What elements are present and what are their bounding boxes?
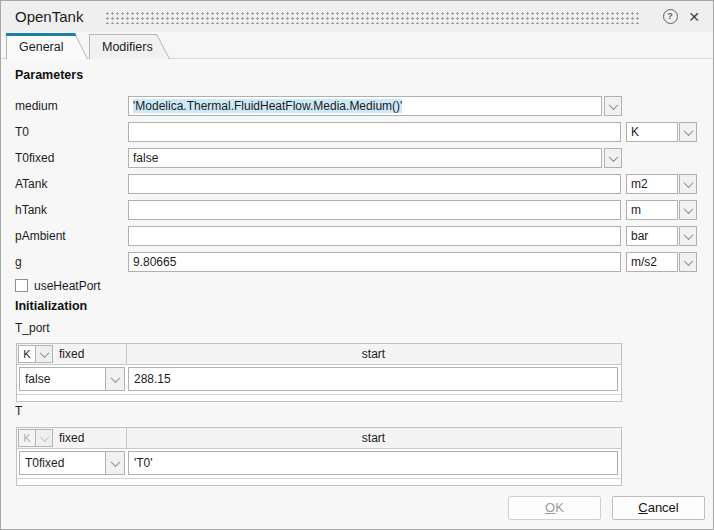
tab-modifiers-label: Modifiers xyxy=(102,40,153,54)
t-label: T xyxy=(15,404,22,418)
t0fixed-combobox[interactable]: false xyxy=(128,148,602,168)
cancel-rest: ancel xyxy=(648,500,679,515)
medium-value: 'Modelica.Thermal.FluidHeatFlow.Media.Me… xyxy=(133,99,402,113)
chevron-down-icon xyxy=(39,348,49,358)
ok-rest: K xyxy=(555,500,564,515)
t-unit-dropdown-button xyxy=(36,429,53,447)
help-icon: ? xyxy=(663,9,678,24)
medium-dropdown-button[interactable] xyxy=(604,96,622,116)
g-unit-dropdown-button[interactable] xyxy=(679,252,697,272)
param-label-t0fixed: T0fixed xyxy=(15,151,54,165)
active-tab-accent xyxy=(6,33,88,36)
t0-input[interactable] xyxy=(128,122,621,142)
atank-unit-dropdown-button[interactable] xyxy=(679,174,697,194)
param-label-htank: hTank xyxy=(15,203,47,217)
t-port-fixed-dropdown-button[interactable] xyxy=(105,367,125,391)
pambient-unit-value: bar xyxy=(631,229,648,243)
htank-input[interactable] xyxy=(128,200,621,220)
dialog-title: OpenTank xyxy=(15,8,83,25)
use-heat-port-checkbox[interactable] xyxy=(15,279,28,292)
t-port-fixed-value: false xyxy=(25,372,50,386)
initialization-heading: Initialization xyxy=(15,299,87,313)
chevron-down-icon xyxy=(683,256,693,266)
t0-unit-combobox[interactable]: K xyxy=(626,122,678,142)
atank-unit-value: m2 xyxy=(631,177,648,191)
cancel-button[interactable]: Cancel xyxy=(612,496,705,520)
t-fixed-value: T0fixed xyxy=(25,456,64,470)
param-label-t0: T0 xyxy=(15,125,29,139)
cancel-mnemonic: C xyxy=(638,500,647,515)
t0-unit-dropdown-button[interactable] xyxy=(679,122,697,142)
t-table-header: K fixed start xyxy=(17,428,621,449)
t-port-unit-value: K xyxy=(18,345,36,363)
t-port-unit-combobox[interactable]: K xyxy=(18,345,53,363)
t-unit-value: K xyxy=(18,429,36,447)
parameters-heading: Parameters xyxy=(15,68,83,82)
t-unit-combobox: K xyxy=(18,429,53,447)
atank-unit-combobox[interactable]: m2 xyxy=(626,174,678,194)
t-fixed-dropdown-button[interactable] xyxy=(105,451,125,475)
t-start-input[interactable] xyxy=(128,451,618,475)
chevron-down-icon xyxy=(683,126,693,136)
chevron-down-icon xyxy=(110,373,120,383)
use-heat-port-label: useHeatPort xyxy=(34,279,101,293)
chevron-down-icon xyxy=(683,178,693,188)
ok-mnemonic: O xyxy=(545,500,555,515)
t-port-table-header: K fixed start xyxy=(17,344,621,365)
close-button[interactable]: ✕ xyxy=(685,8,703,26)
g-input[interactable] xyxy=(128,252,621,272)
help-button[interactable]: ? xyxy=(661,8,679,26)
htank-unit-dropdown-button[interactable] xyxy=(679,200,697,220)
param-label-medium: medium xyxy=(15,99,58,113)
pambient-unit-dropdown-button[interactable] xyxy=(679,226,697,246)
t-port-table-row: false xyxy=(17,365,621,394)
chevron-down-icon xyxy=(110,457,120,467)
t0fixed-value: false xyxy=(133,151,158,165)
chevron-down-icon xyxy=(683,230,693,240)
t-port-start-input[interactable] xyxy=(128,367,618,391)
tab-general-label: General xyxy=(19,40,63,54)
atank-input[interactable] xyxy=(128,174,621,194)
tab-general[interactable]: General xyxy=(6,33,88,59)
t-start-header: start xyxy=(126,428,621,448)
ok-button[interactable]: OK xyxy=(508,496,601,520)
chevron-down-icon xyxy=(608,100,618,110)
t-table-scroll-strip xyxy=(17,478,621,485)
tab-bar: General Modifiers xyxy=(1,32,713,59)
t-port-label: T_port xyxy=(15,321,50,335)
t-port-fixed-header: fixed xyxy=(59,344,84,364)
chevron-down-icon xyxy=(608,152,618,162)
param-label-g: g xyxy=(15,255,22,269)
pambient-input[interactable] xyxy=(128,226,621,246)
t-fixed-header: fixed xyxy=(59,428,84,448)
t-port-unit-dropdown-button[interactable] xyxy=(36,345,53,363)
medium-combobox[interactable]: 'Modelica.Thermal.FluidHeatFlow.Media.Me… xyxy=(128,96,602,116)
t-fixed-combobox[interactable]: T0fixed xyxy=(19,451,105,475)
htank-unit-combobox[interactable]: m xyxy=(626,200,678,220)
chevron-down-icon xyxy=(683,204,693,214)
t0fixed-dropdown-button[interactable] xyxy=(604,148,622,168)
param-label-atank: ATank xyxy=(15,177,47,191)
close-icon: ✕ xyxy=(688,10,700,24)
tab-modifiers[interactable]: Modifiers xyxy=(89,34,170,59)
pambient-unit-combobox[interactable]: bar xyxy=(626,226,678,246)
parameters-dialog: OpenTank ? ✕ General Modifiers Parameter… xyxy=(0,0,714,530)
t0-unit-value: K xyxy=(631,125,639,139)
t-port-fixed-combobox[interactable]: false xyxy=(19,367,105,391)
dotted-separator xyxy=(105,11,639,24)
g-unit-value: m/s2 xyxy=(631,255,657,269)
t-table-row: T0fixed xyxy=(17,449,621,478)
t-port-table-scroll-strip xyxy=(17,394,621,401)
t-port-start-header: start xyxy=(126,344,621,364)
chevron-down-icon xyxy=(39,432,49,442)
param-label-pambient: pAmbient xyxy=(15,229,66,243)
htank-unit-value: m xyxy=(631,203,641,217)
titlebar: OpenTank ? ✕ xyxy=(1,1,713,32)
g-unit-combobox[interactable]: m/s2 xyxy=(626,252,678,272)
t-table: K fixed start T0fixed xyxy=(16,427,622,486)
t-port-table: K fixed start false xyxy=(16,343,622,402)
